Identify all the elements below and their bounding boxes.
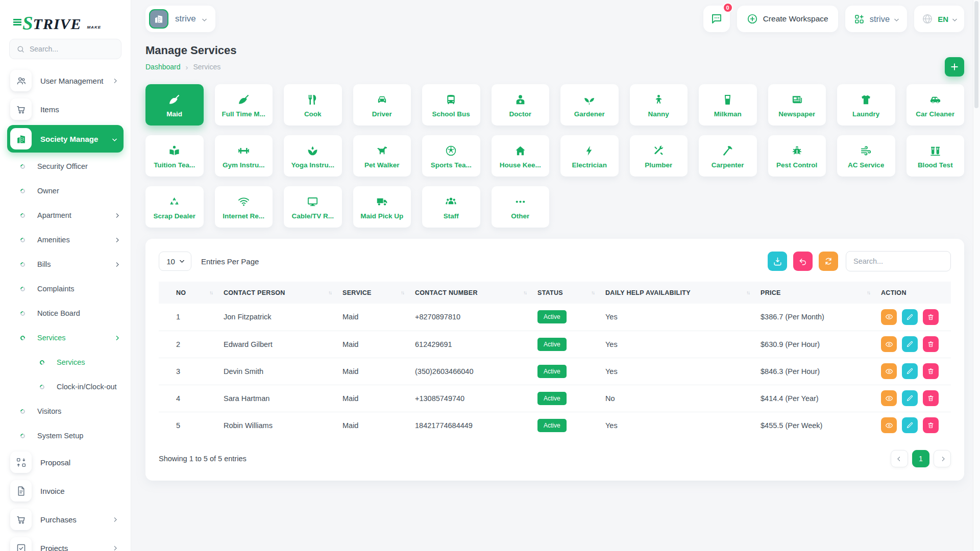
edit-button[interactable]	[902, 336, 918, 352]
service-tile-gardener[interactable]: Gardener	[560, 84, 619, 126]
service-tile-nanny[interactable]: Nanny	[630, 84, 688, 126]
service-tile-staff[interactable]: Staff	[422, 186, 480, 228]
service-tile-laundry[interactable]: Laundry	[837, 84, 895, 126]
edit-button[interactable]	[902, 309, 918, 325]
sidebar-subitem-owner[interactable]: Owner	[7, 179, 124, 203]
service-tile-gym-instru[interactable]: Gym Instru...	[215, 135, 273, 177]
sidebar-subitem-bills[interactable]: Bills	[7, 252, 124, 277]
view-button[interactable]	[881, 309, 897, 325]
sort-icon[interactable]: ↑↓	[328, 290, 331, 295]
sidebar-subitem-services[interactable]: Services	[7, 350, 124, 374]
prev-page-button[interactable]	[891, 450, 908, 467]
view-button[interactable]	[881, 363, 897, 379]
service-tile-sports-tea[interactable]: Sports Tea...	[422, 135, 480, 177]
service-tile-driver[interactable]: Driver	[353, 84, 411, 126]
service-tile-full-time-m[interactable]: Full Time M...	[215, 84, 273, 126]
service-tile-blood-test[interactable]: Blood Test	[906, 135, 965, 177]
service-tile-doctor[interactable]: Doctor	[492, 84, 550, 126]
sidebar-subitem-complaints[interactable]: Complaints	[7, 277, 124, 301]
column-header-status[interactable]: STATUS↑↓	[537, 282, 605, 304]
delete-button[interactable]	[923, 309, 939, 325]
breadcrumb-dashboard-link[interactable]: Dashboard	[145, 63, 181, 71]
sidebar-subitem-system-setup[interactable]: System Setup	[7, 423, 124, 448]
column-header-price[interactable]: PRICE↑↓	[761, 282, 881, 304]
logo-letter: S	[22, 15, 33, 32]
sidebar-subitem-notice-board[interactable]: Notice Board	[7, 301, 124, 325]
refresh-button[interactable]	[819, 252, 838, 271]
service-tile-scrap-dealer[interactable]: Scrap Dealer	[145, 186, 204, 228]
column-header-daily-help-availability[interactable]: DAILY HELP AVAILABILITY↑↓	[605, 282, 761, 304]
sort-icon[interactable]: ↑↓	[867, 290, 870, 295]
sort-icon[interactable]: ↑↓	[746, 290, 749, 295]
sidebar-item-items[interactable]: Items	[7, 95, 124, 123]
create-workspace-button[interactable]: Create Workspace	[737, 6, 838, 32]
edit-button[interactable]	[902, 417, 918, 433]
service-tile-tuition-tea[interactable]: Tuition Tea...	[145, 135, 204, 177]
column-header-contact-number[interactable]: CONTACT NUMBER↑↓	[415, 282, 537, 304]
undo-button[interactable]	[793, 252, 813, 271]
chat-button[interactable]: 0	[703, 6, 730, 32]
column-header-contact-person[interactable]: CONTACT PERSON↑↓	[224, 282, 342, 304]
entries-per-page-select[interactable]: 10	[159, 252, 191, 271]
service-tile-cook[interactable]: Cook	[284, 84, 342, 126]
service-tile-plumber[interactable]: Plumber	[630, 135, 688, 177]
service-tile-pet-walker[interactable]: Pet Walker	[353, 135, 411, 177]
app-logo[interactable]: S TRIVE MAKE	[0, 0, 131, 34]
page-1-button[interactable]: 1	[912, 450, 929, 467]
service-tile-newspaper[interactable]: Newspaper	[768, 84, 826, 126]
delete-button[interactable]	[923, 390, 939, 406]
create-workspace-label: Create Workspace	[763, 14, 828, 23]
sidebar-subitem-services[interactable]: Services	[7, 325, 124, 350]
delete-button[interactable]	[923, 336, 939, 352]
edit-button[interactable]	[902, 390, 918, 406]
view-button[interactable]	[881, 390, 897, 406]
sidebar-item-user-management[interactable]: User Management	[7, 66, 124, 95]
sidebar-subitem-amenities[interactable]: Amenities	[7, 228, 124, 252]
workspace-switcher[interactable]: strive	[845, 6, 907, 32]
scrollbar-thumb[interactable]	[974, 1, 978, 108]
sort-icon[interactable]: ↑↓	[591, 290, 594, 295]
view-button[interactable]	[881, 336, 897, 352]
sidebar-item-proposal[interactable]: Proposal	[7, 448, 124, 477]
sidebar-subitem-apartment[interactable]: Apartment	[7, 203, 124, 228]
delete-button[interactable]	[923, 417, 939, 433]
sort-icon[interactable]: ↑↓	[401, 290, 404, 295]
export-button[interactable]	[768, 252, 787, 271]
column-header-no[interactable]: NO↑↓	[159, 282, 224, 304]
service-tile-pest-control[interactable]: Pest Control	[768, 135, 826, 177]
language-selector[interactable]: EN	[914, 6, 964, 32]
service-tile-yoga-instru[interactable]: Yoga Instru...	[284, 135, 342, 177]
sidebar-subitem-security-officer[interactable]: Security Officer	[7, 154, 124, 179]
delete-button[interactable]	[923, 363, 939, 379]
sidebar-item-purchases[interactable]: Purchases	[7, 505, 124, 534]
service-tile-maid-pick-up[interactable]: Maid Pick Up	[353, 186, 411, 228]
service-tile-electrician[interactable]: Electrician	[560, 135, 619, 177]
service-tile-car-cleaner[interactable]: Car Cleaner	[906, 84, 965, 126]
search-input[interactable]	[30, 45, 114, 53]
next-page-button[interactable]	[934, 450, 951, 467]
sidebar-item-projects[interactable]: Projects	[7, 534, 124, 551]
service-tile-house-kee[interactable]: House Kee...	[492, 135, 550, 177]
service-tile-milkman[interactable]: Milkman	[699, 84, 757, 126]
edit-button[interactable]	[902, 363, 918, 379]
service-tile-cable-tv-r[interactable]: Cable/TV R...	[284, 186, 342, 228]
sort-icon[interactable]: ↑↓	[523, 290, 526, 295]
add-service-button[interactable]	[945, 57, 964, 77]
workspace-selector[interactable]: strive	[145, 6, 215, 32]
table-search-input[interactable]	[846, 251, 951, 271]
service-tile-school-bus[interactable]: School Bus	[422, 84, 480, 126]
sort-icon[interactable]: ↑↓	[209, 290, 212, 295]
sidebar-item-invoice[interactable]: Invoice	[7, 477, 124, 505]
service-tile-other[interactable]: Other	[492, 186, 550, 228]
sidebar-subitem-visitors[interactable]: Visitors	[7, 399, 124, 423]
service-tile-maid[interactable]: Maid	[145, 84, 204, 126]
service-tile-internet-re[interactable]: Internet Re...	[215, 186, 273, 228]
column-header-service[interactable]: SERVICE↑↓	[342, 282, 415, 304]
scrollbar[interactable]	[973, 0, 980, 551]
sidebar-item-society-manage[interactable]: Society Manage	[7, 125, 124, 153]
main-content: strive 0 Create Workspace strive EN	[131, 0, 980, 551]
view-button[interactable]	[881, 417, 897, 433]
sidebar-subitem-clock-in-clock-out[interactable]: Clock-in/Clock-out	[7, 374, 124, 399]
service-tile-carpenter[interactable]: Carpenter	[699, 135, 757, 177]
service-tile-ac-service[interactable]: AC Service	[837, 135, 895, 177]
